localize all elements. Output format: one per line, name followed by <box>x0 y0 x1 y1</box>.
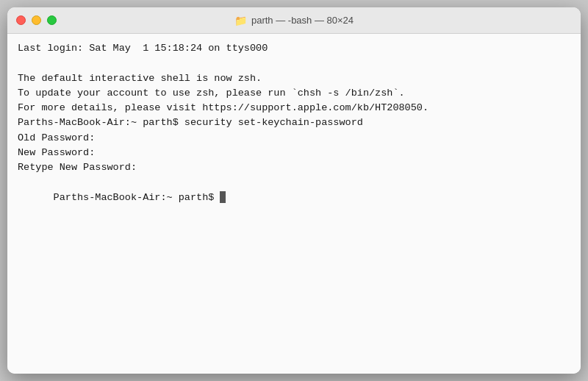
terminal-line-5: For more details, please visit https://s… <box>18 101 570 115</box>
terminal-cursor <box>220 191 226 203</box>
terminal-line-2 <box>18 56 570 71</box>
terminal-line-6: Parths-MacBook-Air:~ parth$ security set… <box>18 115 570 130</box>
title-text: parth — -bash — 80×24 <box>251 15 354 26</box>
terminal-body[interactable]: Last login: Sat May 1 15:18:24 on ttys00… <box>7 34 581 374</box>
folder-icon: 📁 <box>234 15 247 26</box>
titlebar: 📁 parth — -bash — 80×24 <box>7 7 581 34</box>
prompt-text: Parths-MacBook-Air:~ parth$ <box>54 192 220 203</box>
terminal-line-1: Last login: Sat May 1 15:18:24 on ttys00… <box>18 41 570 56</box>
minimize-button[interactable] <box>32 15 41 25</box>
terminal-line-10: Parths-MacBook-Air:~ parth$ <box>18 175 570 220</box>
close-button[interactable] <box>16 15 26 25</box>
maximize-button[interactable] <box>47 15 57 25</box>
terminal-line-8: New Password: <box>18 146 570 160</box>
window-title: 📁 parth — -bash — 80×24 <box>234 15 354 26</box>
terminal-line-4: To update your account to use zsh, pleas… <box>18 86 570 101</box>
terminal-line-3: The default interactive shell is now zsh… <box>18 71 570 86</box>
terminal-line-7: Old Password: <box>18 131 570 146</box>
traffic-lights <box>16 15 57 25</box>
terminal-line-9: Retype New Password: <box>18 160 570 175</box>
terminal-window: 📁 parth — -bash — 80×24 Last login: Sat … <box>7 7 581 374</box>
